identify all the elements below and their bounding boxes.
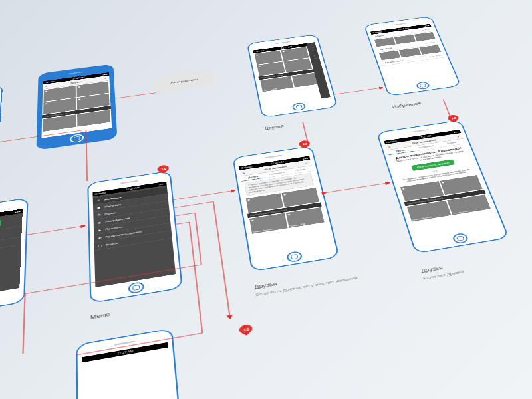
phone-guest-menu: Cubetto11:27 AM●●● Регистрация Войти ◼Же…: [0, 198, 29, 318]
pin-16: 16: [237, 323, 255, 335]
phone-bottom-center: 11:27 AM: [76, 328, 180, 399]
caption-favorites: Избранное: [392, 101, 422, 109]
menu-icon[interactable]: ≡: [243, 171, 245, 174]
auth-block: Авторизация: [155, 69, 214, 92]
phone-menu: Cubetto11:27 AM●●● ✕Желания ◼Желания 🔍По…: [87, 171, 183, 304]
phone-welcome: Cubetto11:27 AM●●● ≡Все желания⊞+ Друзья…: [376, 120, 509, 253]
add-icon[interactable]: +: [305, 161, 309, 165]
menu-item[interactable]: ◼Желания: [0, 237, 21, 257]
caption-friends-11: Друзья: [254, 281, 277, 290]
phone-guest-new: Cubetto11:27 AM●●● ≡Все желания+ ♥♥♥♥ Пр…: [0, 85, 3, 180]
caption-friends-top: Друзья: [264, 124, 284, 131]
caption-menu: Меню: [90, 311, 110, 320]
phone-favorites: Cubetto11:27 AM●●● МодаСм. все КрасотаСм…: [364, 16, 462, 96]
caption-friends-12: Друзья: [420, 265, 444, 273]
phone-friends-blue: Cubetto11:27 AM●●● ≡Друзья+ ♥♥♥♥ Список …: [36, 64, 117, 150]
wireframe-canvas: Cubetto11:27 AM●●● ≡Все желания+ ♥♥♥♥ Пр…: [0, 13, 532, 399]
phone-catalog: Cubetto11:27 AM●●● ♥♥♥♥ Список Василия Т…: [247, 34, 338, 118]
phone-feed-friends: Cubetto11:27 AM●●● ≡Все желания+ ДрузьяИ…: [232, 146, 340, 272]
